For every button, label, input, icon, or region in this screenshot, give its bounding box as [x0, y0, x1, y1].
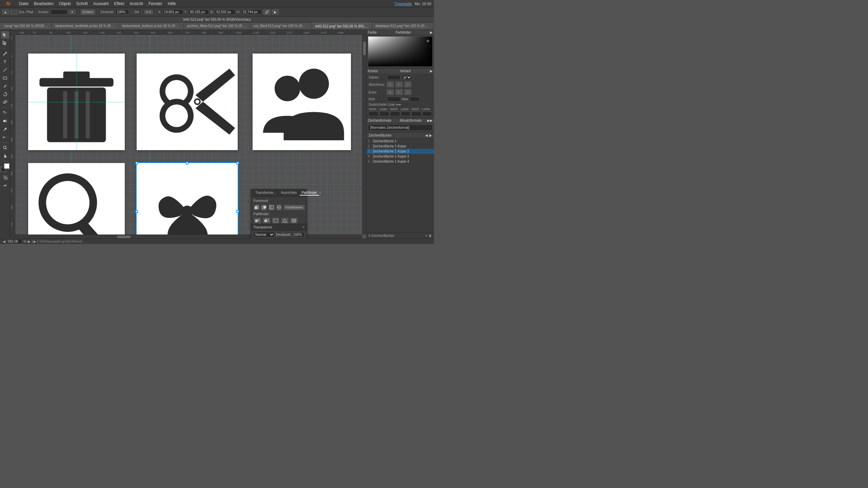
limit-input[interactable]	[387, 97, 400, 102]
menu-objekt[interactable]: Objekt	[56, 0, 74, 7]
ecke-btn-2[interactable]: ⌐	[395, 89, 403, 95]
scrollbar-v[interactable]	[362, 35, 366, 235]
transparenz-header[interactable]: Transparenz ×	[251, 224, 307, 230]
staerke-input[interactable]	[387, 75, 400, 80]
scrollbar-v-thumb[interactable]	[363, 42, 366, 55]
artboard-trash[interactable]	[28, 54, 125, 150]
pf-btn-6[interactable]	[263, 218, 270, 224]
luecke-input-2[interactable]	[401, 111, 411, 116]
kombinieren-button[interactable]: Kombinieren	[284, 205, 304, 210]
menu-schrift[interactable]: Schrift	[74, 0, 91, 7]
artboard-list-item-3[interactable]: 3 Zeichenfläche 1 Kopie 2	[367, 149, 434, 154]
tab-0[interactable]: .1ang* bei 592,06 % (RGB/Vorschau) ×	[0, 23, 52, 29]
artboard-add-btn[interactable]: +	[425, 234, 427, 238]
max-input[interactable]	[410, 97, 420, 102]
artboard-list-item-5[interactable]: 5 Zeichenfläche 1 Kopie 4	[367, 159, 434, 164]
pf-btn-7[interactable]	[272, 218, 279, 224]
zeichenflaechen-header[interactable]: Zeichenflächen ◀ ▶	[367, 133, 434, 139]
transparenz-close[interactable]: ×	[302, 225, 304, 229]
tool-gradient[interactable]	[1, 117, 9, 125]
menu-hilfe[interactable]: Hilfe	[165, 0, 179, 7]
canvas-content[interactable]: Transformie... Ausrichten Pathfinder × F…	[15, 35, 366, 239]
menu-effekt[interactable]: Effekt	[111, 0, 127, 7]
tool-zoom[interactable]	[1, 144, 9, 151]
artboard-list-item-4[interactable]: 4 Zeichenfläche 1 Kopie 3	[367, 154, 434, 159]
farbe-header[interactable]: Farbe Farbfelder ▶	[367, 30, 434, 35]
pf-btn-3[interactable]	[269, 204, 274, 210]
tool-brush[interactable]	[1, 82, 9, 90]
pf-btn-1[interactable]	[254, 204, 259, 210]
abschluss-btn-3[interactable]: ○	[404, 81, 412, 87]
ecke-btn-1[interactable]: ∧	[387, 89, 394, 95]
tb-x-input[interactable]: 19,801 px	[163, 9, 183, 15]
selection-handle-tc[interactable]	[186, 162, 189, 164]
abschluss-btn-1[interactable]: |	[387, 81, 394, 87]
artboard-delete-btn[interactable]: 🗑	[429, 234, 432, 238]
pf-btn-9[interactable]	[290, 218, 298, 224]
tool-symbol-spray[interactable]	[1, 109, 9, 117]
tb-more[interactable]: ▶	[272, 9, 279, 15]
tab-4[interactable]: cut_filled-512.png* bei 100 % (RGB/Vorsc…	[250, 23, 312, 29]
tab-pathfinder[interactable]: Pathfinder	[300, 190, 319, 196]
menu-datei[interactable]: Datei	[16, 0, 31, 7]
abschluss-btn-2[interactable]: ⌐	[395, 81, 403, 87]
tool-hand[interactable]	[1, 152, 9, 160]
menu-auswahl[interactable]: Auswahl	[91, 0, 111, 7]
tb-icons-group[interactable]: ⊕ ⊗	[144, 10, 153, 14]
tool-swap-colors[interactable]: ⇄	[1, 182, 9, 189]
menu-fenster[interactable]: Fenster	[146, 0, 165, 7]
ecke-btn-3[interactable]: ○	[404, 89, 412, 95]
tool-direct-selection[interactable]	[1, 39, 9, 47]
tb-einfach[interactable]: Einfach	[81, 9, 95, 15]
tool-rotate[interactable]	[1, 90, 9, 98]
zeichenformate-header[interactable]: Zeichenformate Absatzformate ▶▶	[367, 118, 434, 123]
kontur-verlauf-header[interactable]: Kontur Verlauf ▶	[367, 68, 434, 74]
luecke-input-1[interactable]	[379, 111, 390, 116]
tab-ausrichten[interactable]: Ausrichten	[279, 190, 299, 196]
tool-selection[interactable]	[1, 31, 9, 39]
blend-mode-select[interactable]: Normal	[253, 232, 275, 238]
tool-rect[interactable]	[1, 74, 9, 82]
pf-btn-2[interactable]	[261, 204, 267, 210]
artboard-clover[interactable]	[137, 163, 238, 239]
statusbar-arrow-right[interactable]: ▶	[28, 240, 31, 243]
tool-pen[interactable]	[1, 50, 9, 57]
tab-3[interactable]: archive_filled-512.png* bei 100 % (RGB/V…	[184, 23, 250, 29]
tb-kontur-input[interactable]	[51, 9, 67, 15]
pf-btn-5[interactable]	[254, 218, 261, 224]
normales-zeichenformat[interactable]: [Normales Zeichenformat]	[368, 124, 433, 131]
tool-scale[interactable]	[1, 99, 9, 106]
staerke-unit[interactable]: pt	[402, 75, 412, 80]
pathfinder-close[interactable]: ×	[319, 191, 321, 195]
selection-handle-lc[interactable]	[135, 210, 138, 213]
luecke-input-3[interactable]	[422, 111, 432, 116]
tb-lock[interactable]: 🔗	[263, 9, 271, 15]
artboard-scissors[interactable]	[137, 54, 238, 150]
strich-input-2[interactable]	[390, 111, 400, 116]
typography-link[interactable]: Typografie	[395, 2, 412, 6]
menu-ansicht[interactable]: Ansicht	[127, 0, 146, 7]
color-picker-area[interactable]	[367, 35, 434, 68]
zeichenflaechen-btn-right[interactable]: ▶	[429, 134, 432, 137]
selection-handle-rc[interactable]	[236, 210, 239, 213]
pathfinder-header[interactable]: Transformie... Ausrichten Pathfinder ×	[251, 189, 307, 197]
tool-color-mode[interactable]	[1, 174, 9, 181]
tool-line[interactable]	[1, 66, 9, 74]
tab-transformie[interactable]: Transformie...	[253, 190, 278, 196]
deckkraft-input[interactable]	[293, 232, 304, 237]
tool-eyedropper[interactable]	[1, 125, 9, 133]
tool-blend[interactable]	[1, 134, 9, 141]
fill-stroke-indicator[interactable]	[1, 163, 9, 172]
tb-kontur-btn[interactable]: ▼	[69, 10, 76, 14]
tab-6[interactable]: database-512.png* bei 100 % (RGB/Vorscha…	[372, 23, 434, 29]
zoom-input[interactable]	[7, 239, 22, 244]
tb-select[interactable]: ⬛	[10, 10, 17, 15]
scrollbar-h-thumb[interactable]	[117, 236, 131, 238]
color-gradient-box[interactable]	[368, 36, 433, 67]
zeichenflaechen-btn-left[interactable]: ◀	[425, 134, 428, 137]
strich-input-1[interactable]	[369, 111, 379, 116]
tb-b-input[interactable]: 52,502 px	[215, 9, 235, 15]
tb-arrow[interactable]: ▲	[2, 9, 9, 15]
artboard-list-item-1[interactable]: 1 Zeichenfläche 1	[367, 139, 434, 144]
tab-1[interactable]: stickersheet_textfields.ai bei 18 % (RGB…	[52, 23, 118, 29]
